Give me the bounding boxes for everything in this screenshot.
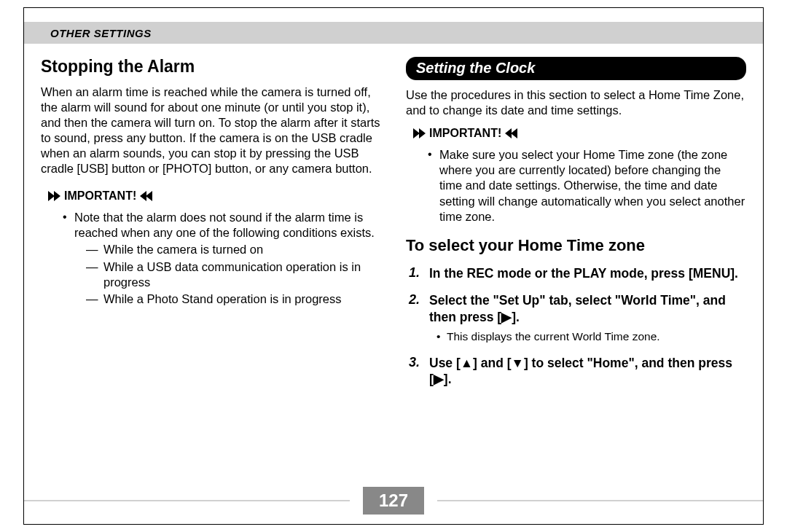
important-bullet-list-left: Note that the alarm does not sound if th… xyxy=(41,210,381,307)
dash-list: While the camera is turned on While a US… xyxy=(74,242,381,306)
triangle-right-icon xyxy=(413,128,425,138)
important-callout-left: IMPORTANT! xyxy=(41,189,381,203)
step-text: In the REC mode or the PLAY mode, press … xyxy=(429,265,746,282)
heading-stopping-alarm: Stopping the Alarm xyxy=(41,57,381,77)
footer-rule-right xyxy=(437,500,763,501)
dash-item: While a Photo Stand operation is in prog… xyxy=(86,292,381,307)
alarm-paragraph: When an alarm time is reached while the … xyxy=(41,85,381,177)
step-note-list: This displays the current World Time zon… xyxy=(429,329,746,344)
page-number: 127 xyxy=(363,487,424,515)
section-pill-clock: Setting the Clock xyxy=(406,57,746,80)
footer-rule-left xyxy=(24,500,350,501)
right-column: Setting the Clock Use the procedures in … xyxy=(406,57,746,474)
step-item: Use [▲] and [▼] to select "Home", and th… xyxy=(409,355,746,388)
header-bar: OTHER SETTINGS xyxy=(24,22,763,44)
dash-item: While the camera is turned on xyxy=(86,242,381,257)
bullet-item: Make sure you select your Home Time zone… xyxy=(428,147,746,224)
steps-list: In the REC mode or the PLAY mode, press … xyxy=(406,265,746,388)
heading-select-home-tz: To select your Home Time zone xyxy=(406,236,746,255)
triangle-left-icon xyxy=(141,191,152,201)
important-bullet-list-right: Make sure you select your Home Time zone… xyxy=(406,147,746,224)
important-callout-right: IMPORTANT! xyxy=(406,127,746,140)
important-label-right: IMPORTANT! xyxy=(429,127,501,140)
triangle-right-icon xyxy=(48,191,60,201)
triangle-left-icon xyxy=(506,128,517,138)
important-label-left: IMPORTANT! xyxy=(64,189,136,203)
header-section-label: OTHER SETTINGS xyxy=(50,27,152,39)
content-columns: Stopping the Alarm When an alarm time is… xyxy=(41,57,746,474)
clock-intro: Use the procedures in this section to se… xyxy=(406,87,746,118)
step-item: In the REC mode or the PLAY mode, press … xyxy=(409,265,746,282)
bullet-item: Note that the alarm does not sound if th… xyxy=(63,210,381,307)
left-column: Stopping the Alarm When an alarm time is… xyxy=(41,57,381,474)
step-text: Select the "Set Up" tab, select "World T… xyxy=(429,292,746,326)
bullet-text: Note that the alarm does not sound if th… xyxy=(74,211,375,239)
step-note: This displays the current World Time zon… xyxy=(436,329,746,344)
dash-item: While a USB data communication operation… xyxy=(86,259,381,290)
step-item: Select the "Set Up" tab, select "World T… xyxy=(409,292,746,345)
step-text: Use [▲] and [▼] to select "Home", and th… xyxy=(429,355,746,388)
footer: 127 xyxy=(24,487,763,515)
